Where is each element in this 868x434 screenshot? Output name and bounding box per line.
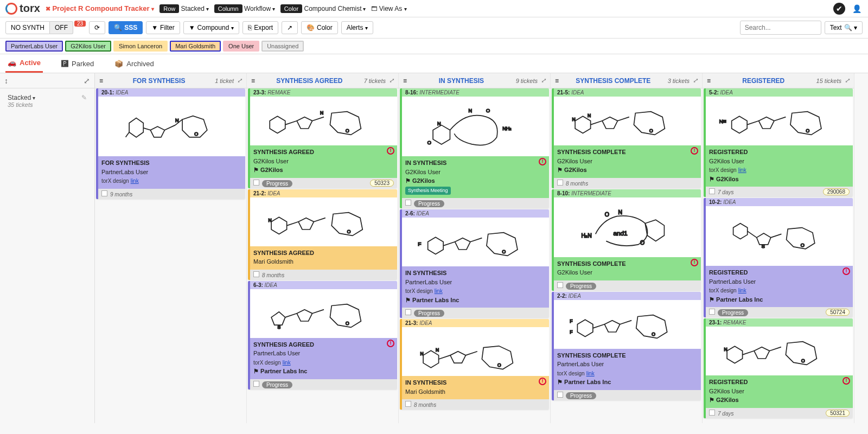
design-link[interactable]: link [435,288,443,294]
sss-button[interactable]: 🔍 SSS [108,21,143,34]
card-checkbox[interactable] [405,309,411,315]
ticket-count: 35 tickets [8,101,87,108]
card-checkbox[interactable] [709,410,715,416]
compound-card[interactable]: 10-2: IDEA SO ! REGISTERED PartnerLabs U… [704,198,853,317]
molecule-icon: ONONH₂N [402,97,549,156]
molecule-icon: H₂NONOand1 [554,197,701,257]
view-as-dropdown[interactable]: 🗔 View As [371,5,406,12]
expand-icon[interactable]: ⤢ [693,77,698,84]
user-chip[interactable]: One User [223,41,259,52]
svg-text:O: O [486,108,490,113]
nosynth-button[interactable]: NO SYNTH [5,21,50,34]
compound-card[interactable]: 21-5: IDEA NNO ! SYNTHESIS COMPLETE G2Ki… [552,88,701,188]
project-dropdown[interactable]: ✖ Project R Compound Tracker [46,4,154,12]
export-button[interactable]: ⎘ Export [242,21,278,34]
card-checkbox[interactable] [557,180,563,186]
design-link[interactable]: link [131,178,139,184]
alerts-dropdown[interactable]: Alerts [341,21,374,34]
tab-archived[interactable]: 📦 Archived [112,54,156,73]
svg-text:N: N [437,120,441,126]
compound-card[interactable]: 5-2: IDEA N≡O REGISTERED G2Kilos User to… [704,88,853,197]
column-control[interactable]: Column Workflow [214,5,275,12]
design-link[interactable]: link [283,360,291,366]
compound-card[interactable]: 20-1: IDEA NO FOR SYNTHESIS PartnerLabs … [96,88,245,199]
card-checkbox[interactable] [405,200,411,206]
color-control[interactable]: Color Compound Chemist [280,5,366,12]
nosynth-toggle[interactable]: NO SYNTH OFF [5,21,73,34]
compound-card[interactable]: 23-1: REMAKE NO ! REGISTERED G2Kilos Use… [704,318,853,418]
column-synthesis-agreed: ≡SYNTHESIS AGREED7 tickets⤢ 23-3: REMAKE… [247,73,399,423]
compound-card[interactable]: 21-3: IDEA NNO ! IN SYNTHESIS Mari Golds… [400,319,549,410]
compound-card[interactable]: 6-3: IDEA SO ! SYNTHESIS AGREED PartnerL… [248,281,397,390]
color-button[interactable]: 🎨 Color [301,21,338,34]
menu-icon[interactable]: ≡ [403,77,407,85]
compound-card[interactable]: 8-16: INTERMEDIATE ONONH₂N ! IN SYNTHESI… [400,88,549,208]
card-checkbox[interactable] [709,309,715,315]
card-checkbox[interactable] [253,381,259,387]
svg-line-89 [742,351,754,355]
compound-dropdown[interactable]: ▼ Compound [183,21,240,34]
card-checkbox[interactable] [405,401,411,407]
svg-marker-26 [297,309,312,321]
svg-line-75 [747,121,758,125]
card-checkbox[interactable] [709,188,715,194]
svg-text:F: F [418,241,421,247]
svg-line-68 [592,324,604,328]
edit-icon[interactable]: ✎ [81,94,87,101]
compound-card[interactable]: 2-2: IDEA FFO SYNTHESIS COMPLETE Partner… [552,292,701,400]
compound-card[interactable]: 21-2: IDEA NO SYNTHESIS AGREED Mari Gold… [248,189,397,280]
compound-card[interactable]: 8-10: INTERMEDIATE H₂NONOand1 ! SYNTHESI… [552,189,701,291]
alert-icon: ! [691,147,698,155]
expand-icon[interactable]: ⤢ [541,77,546,84]
filter-button[interactable]: ▼ Filter [146,21,180,34]
svg-text:O: O [801,358,805,363]
stacked-dropdown[interactable]: Stacked [8,94,35,101]
svg-text:N: N [268,218,271,223]
molecule-icon: NNO [402,327,549,376]
user-chip[interactable]: Mari Goldsmith [170,41,221,52]
design-link[interactable]: link [738,167,746,173]
svg-marker-87 [727,346,743,363]
card-checkbox[interactable] [253,180,259,186]
logo[interactable]: torx [5,2,40,15]
card-checkbox[interactable] [557,392,563,398]
sort-icon[interactable]: ↕ [4,76,8,85]
row-control[interactable]: Row Stacked [159,5,209,12]
user-chip[interactable]: Unassigned [261,41,304,52]
expand-icon[interactable]: ⤢ [845,77,850,84]
menu-icon[interactable]: ≡ [251,77,255,85]
menu-icon[interactable]: ≡ [555,77,559,85]
sidebar: ↕ ⤢ Stacked ✎ 35 tickets [0,73,95,423]
search-input[interactable] [740,21,821,35]
design-link[interactable]: link [586,371,595,376]
off-button[interactable]: OFF [50,21,73,34]
card-checkbox[interactable] [557,282,563,288]
molecule-icon: FO [402,218,549,266]
text-search-button[interactable]: Text 🔍 ▾ [825,21,863,34]
status-ok-icon[interactable]: ✔ [833,3,845,15]
menu-icon[interactable]: ≡ [707,77,711,85]
compound-card[interactable]: 23-3: REMAKE NO ! SYNTHESIS AGREED G2Kil… [248,88,397,188]
off-badge: 23 [74,21,86,27]
user-chip[interactable]: PartnerLabs User [5,41,63,52]
expand-icon[interactable]: ⤢ [84,76,90,85]
user-chip[interactable]: G2Kilos User [65,41,111,52]
share-button[interactable]: ↗ [282,21,298,34]
card-checkbox[interactable] [253,271,259,277]
menu-icon[interactable]: ≡ [99,77,103,85]
user-icon[interactable]: 👤 [851,3,863,15]
svg-line-25 [285,314,296,317]
svg-line-1 [126,132,130,137]
alert-icon: ! [387,147,394,155]
expand-icon[interactable]: ⤢ [389,77,394,84]
expand-icon[interactable]: ⤢ [237,77,242,84]
tab-active[interactable]: 🚗 Active [5,54,43,73]
compound-card[interactable]: 2-6: IDEA FO IN SYNTHESIS PartnerLabs Us… [400,209,549,318]
svg-text:O: O [345,128,349,133]
user-chip[interactable]: Simon Lanceron [113,41,168,52]
card-checkbox[interactable] [101,190,107,196]
user-chips-row: PartnerLabs User G2Kilos User Simon Lanc… [0,39,868,54]
design-link[interactable]: link [738,288,746,293]
tab-parked[interactable]: 🅿 Parked [59,54,96,73]
refresh-button[interactable]: ⟳ [89,21,105,34]
